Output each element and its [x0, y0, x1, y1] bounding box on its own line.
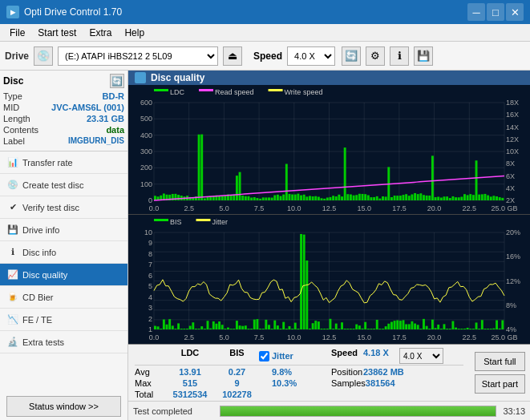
status-window-button[interactable]: Status window >>: [6, 396, 121, 417]
titlebar-left: ▶ Opti Drive Control 1.70: [6, 6, 122, 18]
stats-max-jitter: 10.3%: [259, 378, 331, 388]
nav-transfer-rate[interactable]: 📊 Transfer rate: [0, 151, 127, 174]
stats-header-bis: BIS: [215, 348, 259, 364]
disc-contents-label: Contents: [3, 125, 38, 135]
disc-panel: Disc 🔄 Type BD-R MID JVC-AMS6L (001) Len…: [0, 71, 127, 151]
extra-tests-icon: 🔬: [6, 336, 19, 349]
start-part-button[interactable]: Start part: [475, 374, 525, 394]
disc-panel-title: Disc: [3, 75, 23, 87]
jitter-label: Jitter: [272, 351, 293, 361]
disc-length-value: 23.31 GB: [87, 114, 124, 123]
stats-avg-bis: 0.27: [215, 367, 259, 377]
jitter-checkbox[interactable]: [259, 351, 269, 361]
refresh-icon[interactable]: 🔄: [342, 46, 361, 66]
stats-header-ldc: LDC: [165, 348, 215, 364]
speed-select-stats[interactable]: 4.0 X: [399, 348, 443, 364]
stats-pos-value: 23862 MB: [363, 367, 435, 377]
info-icon[interactable]: ℹ: [390, 46, 409, 66]
stats-max-ldc: 515: [165, 378, 215, 388]
drive-eject-button[interactable]: ⏏: [223, 46, 242, 66]
menu-extra[interactable]: Extra: [83, 26, 118, 40]
nav-disc-info[interactable]: ℹ Disc info: [0, 241, 127, 264]
action-buttons: Start full Start part: [470, 345, 530, 401]
close-button[interactable]: ✕: [506, 3, 524, 21]
stats-samples-label: Samples: [331, 378, 366, 388]
drive-info-icon: 💾: [6, 224, 19, 236]
transfer-rate-icon: 📊: [6, 156, 19, 169]
disc-mid-value: JVC-AMS6L (001): [51, 103, 124, 112]
disc-type-label: Type: [3, 91, 22, 101]
upper-chart-canvas: [128, 85, 530, 215]
verify-test-disc-icon: ✔: [6, 201, 19, 214]
stats-section: LDC BIS Jitter Speed 4.18 X 4.0 X: [128, 344, 530, 420]
stats-speed-value: 4.18 X: [363, 348, 399, 364]
disc-label-label: Label: [3, 136, 25, 146]
nav-fe-te[interactable]: 📉 FE / TE: [0, 309, 127, 331]
disc-label-value: IMGBURN_DIS: [68, 136, 124, 146]
disc-label-row: Label IMGBURN_DIS: [3, 136, 124, 146]
settings-icon[interactable]: ⚙: [366, 46, 385, 66]
stats-total-ldc: 5312534: [165, 390, 215, 399]
stats-total-bis: 102278: [215, 390, 259, 399]
stats-avg-ldc: 13.91: [165, 367, 215, 377]
disc-length-row: Length 23.31 GB: [3, 114, 124, 123]
menu-help[interactable]: Help: [118, 26, 151, 40]
fe-te-icon: 📉: [6, 313, 19, 326]
stats-header-speed: Speed: [331, 348, 363, 364]
progress-fill: [220, 406, 496, 416]
disc-refresh-button[interactable]: 🔄: [110, 74, 124, 88]
start-full-button[interactable]: Start full: [475, 352, 525, 371]
stats-pos-label: Position: [331, 367, 363, 377]
status-text: Test completed: [133, 406, 213, 416]
menu-start-test[interactable]: Start test: [31, 26, 83, 40]
disc-contents-row: Contents data: [3, 125, 124, 135]
drive-select[interactable]: (E:) ATAPI iHBS212 2 5L09: [58, 46, 218, 66]
menu-file[interactable]: File: [3, 26, 31, 40]
app-title: Opti Drive Control 1.70: [24, 6, 122, 18]
nav-items: 📊 Transfer rate 💿 Create test disc ✔ Ver…: [0, 151, 127, 353]
nav-extra-tests[interactable]: 🔬 Extra tests: [0, 331, 127, 353]
stats-max-label: Max: [135, 378, 165, 388]
nav-cd-bier[interactable]: 🍺 CD Bier: [0, 286, 127, 309]
stats-avg-label: Avg: [135, 367, 165, 377]
stats-col-empty: [135, 348, 165, 364]
minimize-button[interactable]: ─: [467, 3, 485, 21]
disc-info-icon: ℹ: [6, 246, 19, 259]
disc-type-row: Type BD-R: [3, 91, 124, 101]
chart-title: Disc quality: [151, 72, 204, 83]
stats-total-label: Total: [135, 390, 165, 399]
sidebar: Disc 🔄 Type BD-R MID JVC-AMS6L (001) Len…: [0, 71, 128, 420]
disc-type-value: BD-R: [103, 91, 125, 101]
time-text: 33:13: [503, 406, 525, 416]
stats-max-bis: 9: [215, 378, 259, 388]
stats-samples-value: 381564: [366, 378, 438, 388]
nav-drive-info[interactable]: 💾 Drive info: [0, 219, 127, 241]
chart-header: Disc quality: [128, 71, 530, 85]
maximize-button[interactable]: □: [487, 3, 504, 21]
statusbar: Test completed 33:13: [128, 401, 530, 420]
nav-disc-quality[interactable]: 📈 Disc quality: [0, 264, 127, 286]
speed-select[interactable]: 4.0 X: [287, 46, 335, 66]
disc-mid-label: MID: [3, 103, 19, 112]
right-panel: Disc quality LDC: [128, 71, 530, 420]
disc-contents-value: data: [106, 125, 124, 135]
progress-bar: [220, 406, 496, 417]
toolbar: Drive 💿 (E:) ATAPI iHBS212 2 5L09 ⏏ Spee…: [0, 42, 530, 71]
upper-chart: [128, 85, 530, 215]
nav-verify-test-disc[interactable]: ✔ Verify test disc: [0, 196, 127, 219]
disc-panel-header: Disc 🔄: [3, 74, 124, 88]
disc-mid-row: MID JVC-AMS6L (001): [3, 103, 124, 112]
save-icon[interactable]: 💾: [414, 46, 433, 66]
lower-chart-canvas: [128, 215, 530, 344]
titlebar: ▶ Opti Drive Control 1.70 ─ □ ✕: [0, 0, 530, 24]
stats-row: LDC BIS Jitter Speed 4.18 X 4.0 X: [128, 345, 530, 401]
chart-header-icon: [135, 72, 146, 83]
drive-eject-icon[interactable]: 💿: [34, 46, 53, 66]
menubar: File Start test Extra Help: [0, 24, 530, 42]
cd-bier-icon: 🍺: [6, 291, 19, 304]
lower-chart: [128, 215, 530, 344]
nav-create-test-disc[interactable]: 💿 Create test disc: [0, 174, 127, 196]
app-icon: ▶: [6, 6, 19, 18]
stats-avg-jitter: 9.8%: [259, 367, 331, 377]
main-area: Disc 🔄 Type BD-R MID JVC-AMS6L (001) Len…: [0, 71, 530, 420]
